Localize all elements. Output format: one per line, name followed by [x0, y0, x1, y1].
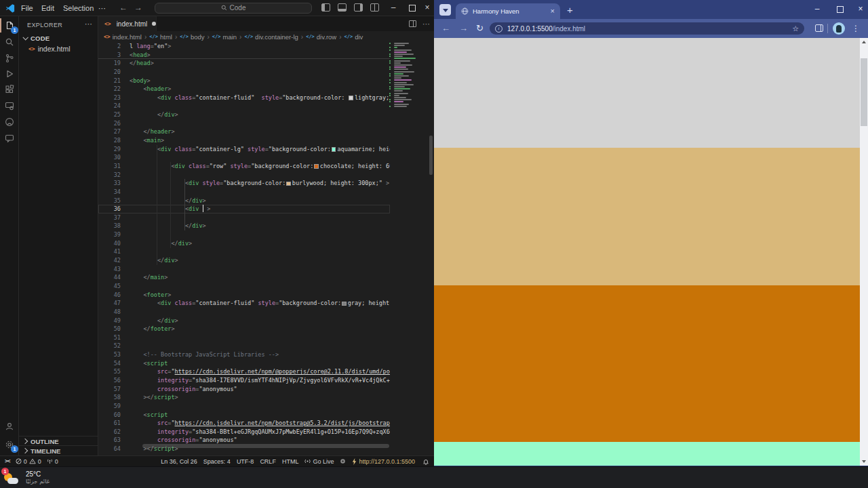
modified-dot-icon[interactable]	[152, 22, 156, 26]
cursor-position[interactable]: Ln 36, Col 26	[161, 458, 197, 465]
browser-back-icon[interactable]: ←	[441, 19, 450, 38]
sidebar-item-source-control[interactable]	[0, 50, 19, 66]
code-line[interactable]: 51	[98, 333, 390, 342]
code-line[interactable]: 35 </div>	[98, 197, 390, 205]
new-tab-button[interactable]: +	[567, 4, 573, 16]
breadcrumb-item-main[interactable]: </>main	[212, 33, 237, 41]
browser-maximize-button[interactable]	[830, 0, 850, 19]
site-info-icon[interactable]: i	[495, 25, 502, 33]
code-line[interactable]: 53 <!-- Bootstrap JavaScript Libraries -…	[98, 350, 390, 359]
code-line[interactable]: 44 </main>	[98, 273, 390, 282]
browser-tab[interactable]: Harmony Haven ×	[456, 3, 560, 19]
breadcrumb-item-html[interactable]: </>html	[149, 33, 172, 41]
profile-avatar[interactable]	[833, 22, 845, 35]
code-line[interactable]: 34	[98, 188, 390, 197]
minimap[interactable]	[391, 43, 428, 449]
code-line[interactable]: 19</head>	[98, 59, 390, 68]
code-line[interactable]: 47 <div class="container-fluid" style="b…	[98, 299, 390, 308]
toggle-panel-icon[interactable]	[338, 3, 347, 12]
code-line[interactable]: 27 </header>	[98, 127, 390, 136]
tab-index-html[interactable]: <> index.html	[98, 16, 157, 31]
code-line[interactable]: 58 ></script>	[98, 393, 390, 402]
accounts-icon[interactable]	[0, 418, 19, 434]
weather-widget[interactable]: 1 25°C غائم جزئيًا	[3, 468, 77, 487]
code-line[interactable]: 32	[98, 171, 390, 180]
menu-more[interactable]: ⋯	[94, 0, 111, 16]
sidebar-item-remote-explorer[interactable]	[0, 98, 19, 113]
tab-search-icon[interactable]	[439, 4, 451, 16]
menu-edit[interactable]: Edit	[37, 0, 59, 16]
sidebar-item-github[interactable]	[0, 114, 19, 129]
menu-file[interactable]: File	[16, 0, 38, 16]
code-line[interactable]: 28 <main>	[98, 136, 390, 145]
file-index-html[interactable]: <> index.html	[19, 43, 106, 54]
breadcrumb-item-div-container-lg[interactable]: </>div.container-lg	[244, 33, 298, 41]
code-line[interactable]: 39	[98, 230, 390, 239]
code-line[interactable]: 40 </div>	[98, 239, 390, 248]
code-line[interactable]: 57 crossorigin="anonymous"	[98, 385, 390, 394]
breadcrumb-item-div-row[interactable]: </>div.row	[306, 33, 336, 41]
settings-gear-icon[interactable]: 1	[0, 436, 19, 452]
live-server-url[interactable]: http://127.0.0.1:5500	[352, 458, 415, 465]
remote-indicator[interactable]: ><	[5, 458, 10, 464]
sidebar-item-search[interactable]	[0, 34, 19, 49]
bookmark-star-icon[interactable]: ☆	[792, 24, 799, 33]
sidebar-item-explorer[interactable]: 1	[0, 18, 19, 33]
code-line[interactable]: 30	[98, 153, 390, 162]
scrollbar-thumb[interactable]	[861, 58, 867, 126]
ports-indicator[interactable]: 0	[47, 458, 58, 465]
explorer-more-icon[interactable]: ⋯	[85, 20, 92, 28]
code-line[interactable]: 52	[98, 342, 390, 350]
go-live-button[interactable]: Go Live	[304, 458, 334, 465]
code-line[interactable]: 29 <div class="container-lg" style="back…	[98, 145, 390, 154]
scroll-down-icon[interactable]	[860, 458, 868, 466]
code-line[interactable]: 22 <header>	[98, 85, 390, 94]
browser-close-button[interactable]: ×	[850, 0, 868, 19]
code-line[interactable]: 31 <div class="row" style="background-co…	[98, 162, 390, 171]
address-bar[interactable]: i 127.0.0.1:5500/index.html ☆	[490, 22, 804, 35]
nav-back-icon[interactable]: ←	[119, 0, 127, 16]
code-line[interactable]: 23 <div class="container-fluid" style="b…	[98, 94, 390, 102]
code-line[interactable]: 48	[98, 308, 390, 317]
nav-forward-icon[interactable]: →	[134, 0, 142, 16]
code-line[interactable]: 49 </div>	[98, 317, 390, 325]
browser-minimize-button[interactable]: –	[807, 0, 827, 19]
code-line[interactable]: 55 src="https://cdn.jsdelivr.net/npm/@po…	[98, 367, 390, 376]
page-scrollbar[interactable]	[860, 38, 868, 466]
browser-menu-icon[interactable]: ⋮	[852, 19, 860, 38]
toggle-sidebar-icon[interactable]	[321, 3, 330, 12]
url-text[interactable]: 127.0.0.1:5500/index.html	[507, 25, 788, 33]
code-line[interactable]: 54 <script	[98, 359, 390, 368]
errors-warnings[interactable]: 0 0	[16, 458, 41, 465]
code-line[interactable]: 42 </div>	[98, 256, 390, 265]
toggle-secondary-sidebar-icon[interactable]	[354, 3, 363, 12]
split-editor-icon[interactable]	[409, 20, 416, 27]
editor-vertical-scrollbar[interactable]	[429, 136, 433, 175]
breadcrumb-item-body[interactable]: </>body	[180, 33, 204, 41]
code-line[interactable]: 56 integrity="sha384-I7E8VVD/ismYTF4hNIP…	[98, 376, 390, 385]
code-line[interactable]: 50 </footer>	[98, 325, 390, 333]
code-line[interactable]: 20	[98, 68, 390, 77]
code-line[interactable]: 46 <footer>	[98, 291, 390, 300]
sidebar-item-extensions[interactable]	[0, 81, 19, 97]
editor-more-icon[interactable]: ⋯	[422, 20, 430, 28]
code-line[interactable]: 41	[98, 247, 390, 256]
code-line[interactable]: 21<body>	[98, 77, 390, 85]
breadcrumb-item-div[interactable]: </>div	[344, 33, 363, 41]
code-line[interactable]: 59	[98, 402, 390, 411]
folder-code[interactable]: CODE	[19, 33, 98, 43]
eol-sequence[interactable]: CRLF	[260, 458, 276, 465]
sidebar-item-chat[interactable]	[0, 130, 19, 146]
editor-horizontal-scrollbar[interactable]	[142, 444, 389, 448]
indentation[interactable]: Spaces: 4	[203, 458, 231, 465]
browser-forward-icon[interactable]: →	[459, 19, 468, 38]
code-editor[interactable]: 2l lang="en">3<head>19</head>2021<body>2…	[98, 42, 390, 455]
browser-reload-icon[interactable]: ↻	[476, 19, 484, 38]
extension-status-icon[interactable]	[340, 458, 346, 464]
outline-section[interactable]: OUTLINE	[19, 436, 98, 446]
code-line[interactable]: 62 integrity="sha384-BBtl+eGJRgqQAUMxJ7p…	[98, 428, 390, 436]
code-line[interactable]: 37	[98, 214, 390, 222]
encoding[interactable]: UTF-8	[237, 458, 254, 465]
scroll-up-icon[interactable]	[860, 38, 868, 46]
menu-selection[interactable]: Selection	[58, 0, 98, 16]
